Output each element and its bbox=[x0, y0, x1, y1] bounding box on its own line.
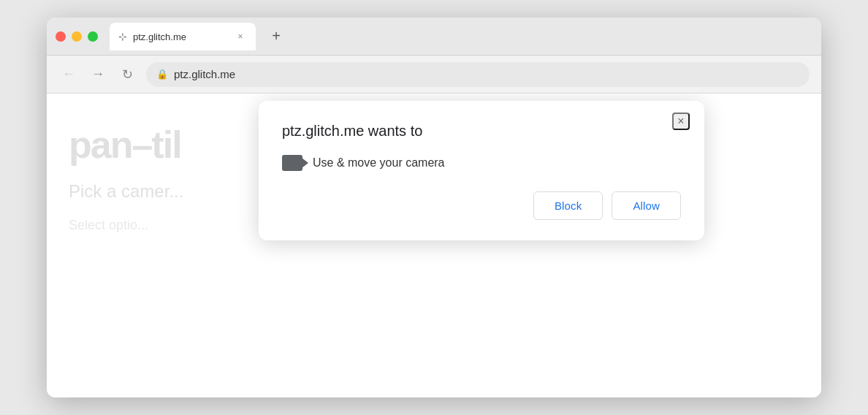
title-bar: ⊹ ptz.glitch.me × + bbox=[47, 18, 821, 56]
popup-permission-row: Use & move your camera bbox=[282, 155, 681, 171]
reload-button[interactable]: ↻ bbox=[117, 64, 137, 85]
block-button[interactable]: Block bbox=[533, 191, 603, 220]
nav-bar: ← → ↻ 🔒 ptz.glitch.me bbox=[47, 56, 821, 94]
page-bg-text2: Pick a camer... bbox=[69, 181, 183, 202]
page-content: pan–til Pick a camer... Select optio... … bbox=[47, 94, 821, 397]
new-tab-button[interactable]: + bbox=[264, 25, 288, 48]
minimize-window-button[interactable] bbox=[72, 31, 82, 42]
tab-close-button[interactable]: × bbox=[234, 30, 247, 43]
address-bar[interactable]: 🔒 ptz.glitch.me bbox=[146, 62, 810, 87]
tab-drag-icon: ⊹ bbox=[118, 31, 127, 42]
back-button[interactable]: ← bbox=[58, 64, 79, 85]
permission-popup: × ptz.glitch.me wants to Use & move your… bbox=[259, 101, 704, 240]
browser-tab[interactable]: ⊹ ptz.glitch.me × bbox=[110, 23, 256, 50]
maximize-window-button[interactable] bbox=[88, 31, 98, 42]
popup-title: ptz.glitch.me wants to bbox=[282, 121, 681, 140]
tab-title: ptz.glitch.me bbox=[133, 31, 228, 42]
popup-close-button[interactable]: × bbox=[672, 113, 690, 130]
allow-button[interactable]: Allow bbox=[612, 191, 681, 220]
browser-window: ⊹ ptz.glitch.me × + ← → ↻ 🔒 ptz.glitch.m… bbox=[47, 18, 821, 397]
camera-icon bbox=[282, 155, 302, 171]
traffic-lights bbox=[56, 31, 98, 42]
page-bg-text3: Select optio... bbox=[69, 218, 148, 233]
permission-text: Use & move your camera bbox=[313, 156, 445, 170]
address-text: ptz.glitch.me bbox=[174, 68, 235, 80]
lock-icon: 🔒 bbox=[156, 69, 168, 80]
popup-actions: Block Allow bbox=[282, 191, 681, 220]
page-bg-text1: pan–til bbox=[69, 123, 181, 167]
forward-button[interactable]: → bbox=[88, 64, 108, 85]
close-window-button[interactable] bbox=[56, 31, 66, 42]
